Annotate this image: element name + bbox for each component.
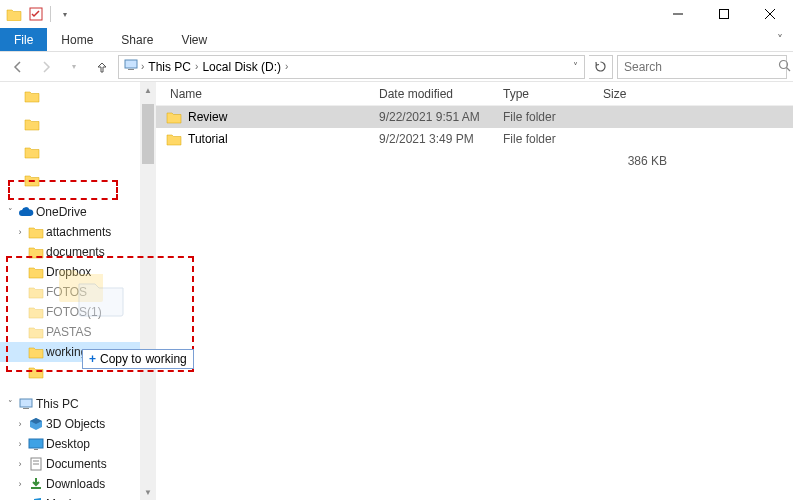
expander-placeholder — [14, 346, 26, 358]
svg-rect-11 — [29, 439, 43, 448]
drag-tooltip-prefix: Copy to — [100, 352, 141, 366]
up-button[interactable] — [90, 55, 114, 79]
column-name[interactable]: Name — [156, 82, 371, 105]
file-type: File folder — [495, 110, 595, 124]
column-date[interactable]: Date modified — [371, 82, 495, 105]
tree-item-music[interactable]: › Music — [0, 494, 140, 500]
chevron-right-icon[interactable]: › — [285, 61, 288, 72]
tree-item-downloads[interactable]: › Downloads — [0, 474, 140, 494]
tab-view[interactable]: View — [167, 28, 221, 51]
tree-label: PASTAS — [46, 325, 92, 339]
chevron-right-icon[interactable]: › — [14, 478, 26, 490]
recent-dropdown-icon[interactable]: ▾ — [62, 55, 86, 79]
expander-placeholder — [14, 266, 26, 278]
file-row[interactable]: Tutorial 9/2/2021 3:49 PM File folder — [156, 128, 793, 150]
folder-icon — [24, 144, 40, 160]
chevron-right-icon[interactable]: › — [141, 61, 144, 72]
chevron-right-icon[interactable]: › — [14, 438, 26, 450]
chevron-right-icon[interactable]: › — [14, 226, 26, 238]
expander-placeholder — [14, 286, 26, 298]
tree-item-documents[interactable]: documents — [0, 242, 140, 262]
tree-item-documents[interactable]: › Documents — [0, 454, 140, 474]
chevron-right-icon[interactable]: › — [14, 458, 26, 470]
breadcrumb-thispc[interactable]: This PC — [146, 60, 193, 74]
tree-item-fotos[interactable]: FOTOS — [0, 282, 140, 302]
drag-tooltip-target: working — [145, 352, 186, 366]
column-headers: Name Date modified Type Size — [156, 82, 793, 106]
tab-share[interactable]: Share — [107, 28, 167, 51]
tree-item[interactable] — [0, 142, 140, 162]
tree-label: documents — [46, 245, 105, 259]
tree-item-dropbox[interactable]: Dropbox — [0, 262, 140, 282]
ribbon: File Home Share View ˅ — [0, 28, 793, 52]
tree-item[interactable] — [0, 170, 140, 190]
chevron-down-icon[interactable]: ˅ — [4, 398, 16, 410]
maximize-button[interactable] — [701, 0, 747, 28]
svg-rect-5 — [125, 60, 137, 68]
properties-icon[interactable] — [28, 6, 44, 22]
tree-label: Desktop — [46, 437, 90, 451]
tree-item[interactable] — [0, 114, 140, 134]
svg-rect-6 — [128, 69, 134, 70]
tree-label: OneDrive — [36, 205, 87, 219]
tree-item-fotos1[interactable]: FOTOS(1) — [0, 302, 140, 322]
file-type: File folder — [495, 132, 595, 146]
tree-item-onedrive[interactable]: ˅ OneDrive — [0, 202, 140, 222]
folder-icon — [28, 264, 44, 280]
svg-rect-10 — [23, 408, 29, 409]
breadcrumb[interactable]: › This PC › Local Disk (D:) › ˅ — [118, 55, 585, 79]
chevron-right-icon[interactable]: › — [14, 418, 26, 430]
tree-label: FOTOS — [46, 285, 87, 299]
breadcrumb-drive[interactable]: Local Disk (D:) — [200, 60, 283, 74]
folder-icon — [24, 116, 40, 132]
column-type[interactable]: Type — [495, 82, 595, 105]
chevron-right-icon[interactable]: › — [195, 61, 198, 72]
divider — [50, 6, 51, 22]
folder-icon — [6, 6, 22, 22]
breadcrumb-dropdown-icon[interactable]: ˅ — [571, 61, 580, 72]
tree-item-attachments[interactable]: › attachments — [0, 222, 140, 242]
tree-item[interactable] — [0, 86, 140, 106]
downloads-icon — [28, 476, 44, 492]
folder-icon — [28, 284, 44, 300]
address-bar: ▾ › This PC › Local Disk (D:) › ˅ — [0, 52, 793, 82]
qat-dropdown-icon[interactable]: ▾ — [57, 6, 73, 22]
folder-icon — [28, 244, 44, 260]
minimize-button[interactable] — [655, 0, 701, 28]
back-button[interactable] — [6, 55, 30, 79]
tree-item-desktop[interactable]: › Desktop — [0, 434, 140, 454]
pc-icon — [18, 396, 34, 412]
search-box[interactable] — [617, 55, 787, 79]
documents-icon — [28, 456, 44, 472]
folder-icon — [166, 109, 182, 125]
forward-button[interactable] — [34, 55, 58, 79]
navpane-scrollbar[interactable]: ▲ ▼ — [140, 82, 156, 500]
svg-rect-16 — [31, 487, 41, 489]
column-size[interactable]: Size — [595, 82, 675, 105]
tree-item-3d-objects[interactable]: › 3D Objects — [0, 414, 140, 434]
tree-label: Downloads — [46, 477, 105, 491]
tab-file[interactable]: File — [0, 28, 47, 51]
3d-objects-icon — [28, 416, 44, 432]
close-button[interactable] — [747, 0, 793, 28]
file-row[interactable]: Review 9/22/2021 9:51 AM File folder — [156, 106, 793, 128]
tab-home[interactable]: Home — [47, 28, 107, 51]
svg-rect-2 — [720, 10, 729, 19]
tree-item-thispc[interactable]: ˅ This PC — [0, 394, 140, 414]
folder-icon — [166, 131, 182, 147]
status-size: 386 KB — [595, 154, 675, 168]
folder-icon — [28, 304, 44, 320]
search-input[interactable] — [624, 60, 774, 74]
file-name: Tutorial — [188, 132, 228, 146]
refresh-button[interactable] — [589, 55, 613, 79]
expander-placeholder — [14, 326, 26, 338]
chevron-down-icon[interactable]: ˅ — [4, 206, 16, 218]
folder-icon — [28, 344, 44, 360]
title-bar: ▾ — [0, 0, 793, 28]
folder-icon — [28, 224, 44, 240]
ribbon-expand-icon[interactable]: ˅ — [767, 28, 793, 51]
svg-rect-12 — [34, 449, 38, 450]
svg-point-7 — [780, 60, 788, 68]
file-date: 9/2/2021 3:49 PM — [371, 132, 495, 146]
tree-item-pastas[interactable]: PASTAS — [0, 322, 140, 342]
